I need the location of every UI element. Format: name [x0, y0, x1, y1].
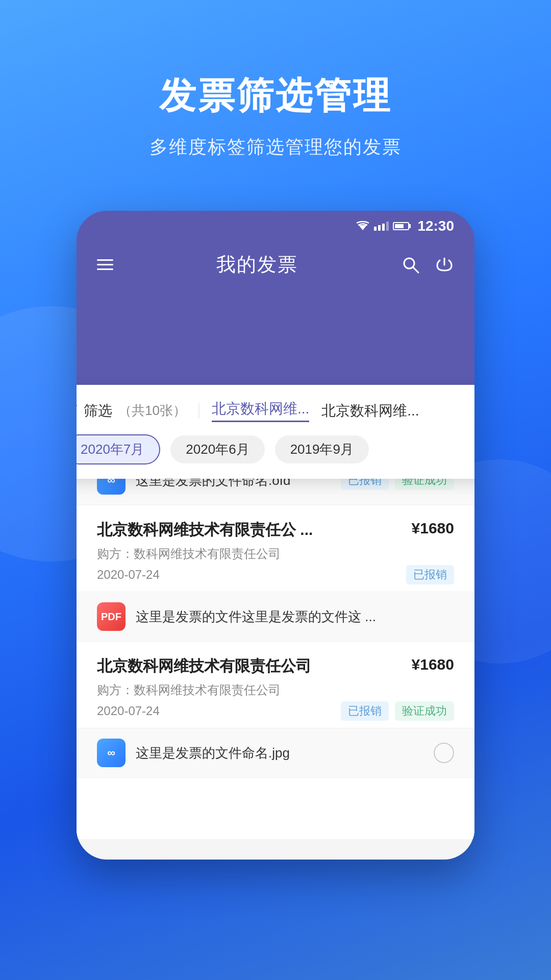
file-name-3: 这里是发票的文件命名.jpg	[136, 744, 423, 762]
filter-row-2: 2020年7月 2020年6月 2019年9月	[77, 434, 474, 464]
bottom-space	[77, 778, 474, 839]
badge-reported-2: 已报销	[406, 565, 454, 584]
search-icon[interactable]	[401, 255, 420, 275]
signal-icon	[374, 222, 389, 231]
svg-marker-3	[77, 405, 77, 416]
sub-title: 多维度标签筛选管理您的发票	[0, 135, 551, 160]
date-pill-1[interactable]: 2020年7月	[77, 434, 160, 464]
phone-mockup: 12:30 我的发票	[77, 211, 474, 860]
menu-button[interactable]	[97, 259, 113, 270]
menu-line-3	[97, 268, 113, 270]
filter-row-1: 筛选 （共10张） 北京数科网维... 北京数科网维...	[77, 399, 474, 422]
date-pill-2[interactable]: 2020年6月	[170, 435, 264, 463]
badges-row-3: 已报销 验证成功	[341, 701, 454, 721]
invoice-file-row-2[interactable]: PDF 这里是发票的文件这里是发票的文件这 ...	[77, 592, 474, 642]
divider	[198, 403, 199, 419]
invoice-amount-3: ¥1680	[412, 656, 454, 673]
invoice-item-3[interactable]: 北京数科网维技术有限责任公司 ¥1680 购方：数科网维技术有限责任公司 202…	[77, 642, 474, 728]
invoice-item-3-header: 北京数科网维技术有限责任公司 ¥1680	[97, 656, 454, 677]
header-section: 发票筛选管理 多维度标签筛选管理您的发票	[0, 0, 551, 190]
battery-fill	[395, 224, 404, 228]
invoice-buyer-2: 购方：数科网维技术有限责任公司	[97, 546, 454, 562]
status-icons: 12:30	[356, 218, 454, 234]
date-pill-3[interactable]: 2019年9月	[275, 435, 369, 463]
filter-count: （共10张）	[118, 402, 186, 420]
ofd-icon-3: ∞	[97, 739, 126, 767]
badge-verified-3: 验证成功	[395, 701, 454, 721]
filter-label[interactable]: 筛选 （共10张）	[77, 401, 186, 421]
app-title: 我的发票	[216, 252, 298, 278]
filter-card: 筛选 （共10张） 北京数科网维... 北京数科网维...	[77, 385, 474, 479]
filter-icon	[77, 404, 78, 418]
pdf-symbol: PDF	[101, 611, 121, 623]
menu-line-1	[97, 259, 113, 261]
badge-reported-3: 已报销	[341, 701, 389, 721]
menu-line-2	[97, 264, 113, 265]
content-area: 筛选 （共10张） 北京数科网维... 北京数科网维...	[77, 400, 474, 860]
page-container: 发票筛选管理 多维度标签筛选管理您的发票	[0, 0, 551, 980]
svg-marker-0	[359, 225, 367, 230]
invoice-date-2: 2020-07-24	[97, 568, 160, 582]
filter-text: 筛选	[84, 401, 112, 421]
main-title: 发票筛选管理	[0, 71, 551, 120]
invoice-item-2[interactable]: 北京数科网维技术有限责任公 ... ¥1680 购方：数科网维技术有限责任公司 …	[77, 505, 474, 592]
power-icon[interactable]	[435, 255, 454, 275]
svg-line-2	[413, 267, 418, 273]
header-actions	[401, 255, 454, 275]
invoice-title-3: 北京数科网维技术有限责任公司	[97, 656, 412, 677]
invoice-title-2: 北京数科网维技术有限责任公 ...	[97, 520, 412, 541]
status-time: 12:30	[417, 218, 454, 234]
phone-mockup-wrapper: 12:30 我的发票	[77, 211, 474, 860]
pdf-icon-2: PDF	[97, 602, 126, 631]
select-circle-3[interactable]	[434, 743, 454, 763]
filter-tag-active[interactable]: 北京数科网维...	[212, 399, 309, 422]
invoice-file-row-3[interactable]: ∞ 这里是发票的文件命名.jpg	[77, 728, 474, 778]
app-header: 我的发票	[77, 241, 474, 293]
file-name-2: 这里是发票的文件这里是发票的文件这 ...	[136, 608, 454, 626]
invoice-item-2-header: 北京数科网维技术有限责任公 ... ¥1680	[97, 520, 454, 541]
invoice-amount-2: ¥1680	[412, 520, 454, 537]
battery-icon	[393, 222, 409, 230]
invoice-buyer-3: 购方：数科网维技术有限责任公司	[97, 682, 454, 698]
ofd-symbol-3: ∞	[107, 746, 115, 760]
wifi-icon	[356, 221, 370, 231]
invoice-date-3: 2020-07-24	[97, 704, 160, 718]
status-bar: 12:30	[77, 211, 474, 241]
sort-icon[interactable]	[472, 402, 474, 420]
filter-tag-normal[interactable]: 北京数科网维...	[321, 401, 419, 421]
